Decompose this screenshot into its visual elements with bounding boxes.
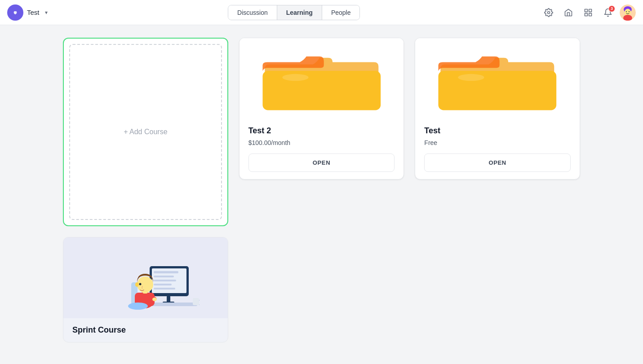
- course-price-test: Free: [424, 139, 571, 146]
- gear-icon: [544, 8, 553, 17]
- folder-icon-test2: [239, 38, 404, 119]
- avatar[interactable]: [620, 4, 636, 21]
- home-icon: [564, 8, 573, 17]
- svg-rect-13: [262, 71, 381, 110]
- course-body-test2: Test 2 $100.00/month OPEN: [239, 119, 404, 179]
- workspace-dropdown-chevron[interactable]: ▾: [45, 9, 48, 16]
- grid-button[interactable]: [580, 4, 596, 21]
- svg-point-38: [128, 303, 148, 310]
- person-at-desk-icon: [92, 240, 200, 318]
- svg-rect-4: [589, 13, 592, 16]
- open-button-test[interactable]: OPEN: [424, 153, 571, 172]
- avatar-icon: [620, 4, 636, 21]
- svg-point-33: [152, 298, 157, 301]
- header-right: 3: [541, 4, 636, 21]
- header-left: Test ▾: [7, 4, 48, 21]
- svg-point-36: [135, 282, 139, 287]
- sprint-course-thumbnail: [63, 237, 228, 318]
- svg-point-11: [629, 11, 630, 12]
- svg-point-37: [139, 283, 141, 285]
- svg-rect-21: [154, 276, 174, 277]
- course-title-test2: Test 2: [248, 126, 395, 136]
- add-course-inner: + Add Course: [69, 44, 222, 220]
- add-course-label: + Add Course: [124, 128, 167, 136]
- sprint-course-card: Sprint Course: [63, 237, 228, 342]
- course-thumbnail-test: [415, 38, 580, 119]
- settings-button[interactable]: [541, 4, 557, 21]
- svg-point-10: [626, 11, 627, 12]
- folder-icon-test: [415, 38, 580, 119]
- svg-rect-23: [154, 284, 172, 285]
- course-price-test2: $100.00/month: [248, 139, 395, 146]
- course-card-test2: Test 2 $100.00/month OPEN: [239, 38, 404, 180]
- svg-rect-22: [154, 280, 176, 281]
- svg-point-17: [458, 74, 484, 81]
- home-button[interactable]: [560, 4, 576, 21]
- open-button-test2[interactable]: OPEN: [248, 153, 395, 172]
- main-content: + Add Course Test 2 $100.00/month OPEN: [0, 25, 643, 355]
- tab-discussion[interactable]: Discussion: [228, 5, 277, 20]
- add-course-card[interactable]: + Add Course: [63, 38, 228, 226]
- svg-point-1: [548, 11, 550, 13]
- svg-rect-16: [439, 71, 557, 110]
- grid-icon: [584, 8, 593, 17]
- course-body-test: Test Free OPEN: [415, 119, 580, 179]
- course-title-test: Test: [424, 126, 571, 136]
- course-thumbnail-test2: [239, 38, 404, 119]
- course-card-test: Test Free OPEN: [415, 38, 580, 180]
- tab-people[interactable]: People: [322, 5, 360, 20]
- brand-logo[interactable]: [7, 4, 23, 21]
- workspace-name: Test: [27, 9, 40, 16]
- tab-learning[interactable]: Learning: [277, 5, 322, 20]
- svg-point-8: [625, 9, 631, 15]
- sprint-course-body: Sprint Course: [63, 318, 228, 342]
- sprint-course-title: Sprint Course: [72, 325, 219, 335]
- notification-wrapper[interactable]: 3: [600, 4, 616, 21]
- svg-rect-20: [154, 271, 178, 273]
- notification-badge: 3: [608, 5, 615, 12]
- header: Test ▾ Discussion Learning People: [0, 0, 643, 25]
- svg-rect-3: [589, 9, 592, 12]
- svg-rect-25: [167, 296, 170, 303]
- header-nav: Discussion Learning People: [228, 5, 360, 20]
- svg-rect-2: [585, 9, 588, 12]
- svg-point-14: [282, 74, 308, 81]
- svg-rect-29: [193, 298, 199, 305]
- svg-rect-5: [585, 13, 588, 16]
- svg-rect-24: [154, 288, 175, 289]
